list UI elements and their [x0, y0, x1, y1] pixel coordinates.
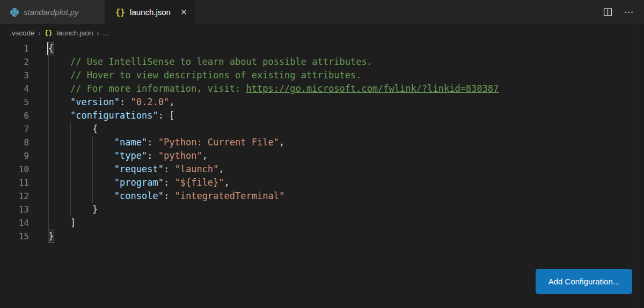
code-token [48, 177, 114, 188]
code-line-content: "console": "integratedTerminal" [48, 189, 284, 203]
code-token: } [48, 204, 98, 215]
code-line[interactable]: 13 } [0, 203, 639, 216]
code-line[interactable]: 15} [0, 230, 639, 243]
code-line-content: } [48, 203, 98, 216]
scrollbar-strip[interactable] [638, 24, 644, 308]
code-token: // Use IntelliSense to learn about possi… [48, 56, 372, 67]
split-editor-icon[interactable] [601, 6, 614, 19]
more-actions-icon[interactable]: ⋯ [623, 6, 635, 19]
code-line[interactable]: 2 // Use IntelliSense to learn about pos… [0, 55, 639, 69]
code-line-content: "configurations": [ [48, 109, 174, 122]
code-token: "version" [70, 97, 120, 107]
indent-guide [70, 122, 71, 216]
code-token: "configurations" [70, 110, 158, 121]
code-token [48, 164, 114, 174]
code-line[interactable]: 10 "request": "launch", [0, 163, 639, 176]
code-editor[interactable]: 1{2 // Use IntelliSense to learn about p… [0, 42, 639, 308]
code-token: } [48, 230, 54, 243]
line-number[interactable]: 15 [0, 230, 29, 243]
code-link[interactable]: https://go.microsoft.com/fwlink/?linkid=… [246, 83, 499, 94]
code-line-content: { [48, 122, 98, 136]
line-number[interactable]: 13 [0, 203, 29, 216]
code-token: "program" [114, 177, 164, 188]
code-line-content: "version": "0.2.0", [48, 96, 174, 109]
line-number[interactable]: 14 [0, 216, 29, 230]
code-token: , [279, 137, 284, 148]
indent-guide [48, 55, 49, 230]
code-token: : [120, 97, 130, 107]
code-line-content: "name": "Python: Current File", [48, 136, 284, 149]
code-line[interactable]: 1{ [0, 42, 639, 55]
add-configuration-button[interactable]: Add Configuration... [536, 269, 632, 294]
tab-standardplot-py[interactable]: standardplot.py [0, 0, 105, 24]
code-token: , [224, 177, 230, 188]
breadcrumb: .vscode › {} launch.json › ... [0, 24, 639, 42]
line-number[interactable]: 8 [0, 136, 29, 149]
code-token [48, 97, 70, 107]
code-token: "launch" [174, 164, 218, 174]
line-number[interactable]: 12 [0, 189, 29, 203]
line-number[interactable]: 5 [0, 96, 29, 109]
code-line[interactable]: 9 "type": "python", [0, 149, 639, 163]
editor-tab-bar: standardplot.py {} launch.json ✕ ⋯ [0, 0, 644, 24]
code-token: "name" [114, 137, 147, 148]
code-token [48, 150, 114, 161]
code-line[interactable]: 6 "configurations": [ [0, 109, 639, 122]
code-line-content: { [48, 42, 54, 55]
code-line-content: ] [48, 216, 76, 230]
breadcrumb-folder[interactable]: .vscode [10, 29, 35, 37]
code-token: "${file}" [174, 177, 224, 188]
line-number[interactable]: 7 [0, 122, 29, 136]
code-token: : [147, 150, 158, 161]
code-line-content: // For more information, visit: https://… [48, 82, 499, 96]
line-number[interactable]: 2 [0, 55, 29, 69]
line-number[interactable]: 10 [0, 163, 29, 176]
code-token: , [169, 97, 174, 107]
code-line[interactable]: 8 "name": "Python: Current File", [0, 136, 639, 149]
code-line[interactable]: 4 // For more information, visit: https:… [0, 82, 639, 96]
line-number[interactable]: 9 [0, 149, 29, 163]
code-token: : [ [158, 110, 175, 121]
code-line[interactable]: 11 "program": "${file}", [0, 176, 639, 189]
code-token: { [48, 123, 98, 134]
line-number[interactable]: 6 [0, 109, 29, 122]
code-line-content: // Use IntelliSense to learn about possi… [48, 55, 372, 69]
line-number[interactable]: 4 [0, 82, 29, 96]
code-token: "request" [114, 164, 164, 174]
code-line[interactable]: 5 "version": "0.2.0", [0, 96, 639, 109]
indent-guide [92, 136, 93, 203]
json-icon: {} [115, 8, 125, 17]
code-token [48, 137, 114, 148]
tab-launch-json[interactable]: {} launch.json ✕ [105, 0, 195, 24]
code-line-content: } [48, 230, 54, 243]
line-number[interactable]: 11 [0, 176, 29, 189]
code-token: "integratedTerminal" [174, 190, 284, 201]
code-token: : [147, 137, 158, 148]
code-token: { [48, 42, 54, 55]
code-token: // Hover to view descriptions of existin… [48, 70, 361, 80]
code-token: , [202, 150, 208, 161]
line-number[interactable]: 3 [0, 69, 29, 82]
code-token: "python" [158, 150, 202, 161]
python-icon [10, 8, 19, 17]
breadcrumb-file[interactable]: launch.json [56, 29, 93, 37]
close-icon[interactable]: ✕ [180, 7, 188, 18]
json-icon: {} [45, 29, 53, 37]
tab-label: launch.json [130, 8, 171, 17]
code-line-content: "request": "launch", [48, 163, 224, 176]
code-token: : [164, 164, 174, 174]
line-number[interactable]: 1 [0, 42, 29, 55]
breadcrumb-symbol[interactable]: ... [103, 29, 109, 37]
code-line-content: "program": "${file}", [48, 176, 230, 189]
chevron-right-icon: › [39, 30, 41, 37]
code-token: "Python: Current File" [158, 137, 279, 148]
code-line-content: // Hover to view descriptions of existin… [48, 69, 361, 82]
code-line[interactable]: 14 ] [0, 216, 639, 230]
code-line[interactable]: 12 "console": "integratedTerminal" [0, 189, 639, 203]
code-token: ] [48, 217, 76, 228]
code-token: // For more information, visit: [48, 83, 246, 94]
code-token: , [218, 164, 224, 174]
code-token: "type" [114, 150, 147, 161]
code-line[interactable]: 7 { [0, 122, 639, 136]
code-line[interactable]: 3 // Hover to view descriptions of exist… [0, 69, 639, 82]
